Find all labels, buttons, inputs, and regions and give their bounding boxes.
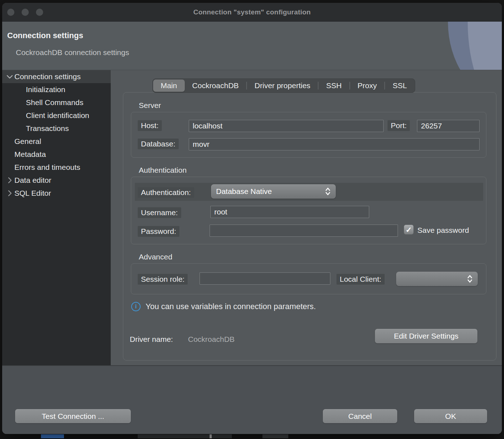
check-icon: ✓ [406,226,412,234]
password-input[interactable] [210,225,398,237]
background-app-fragment [41,434,64,438]
edit-driver-settings-button[interactable]: Edit Driver Settings [375,329,477,343]
save-password-label: Save password [417,226,481,235]
select-chevrons-icon [325,187,331,196]
server-group-label: Server [139,101,161,110]
driver-row: Driver name: CockroachDB Edit Driver Set… [130,332,490,348]
page-subtitle: CockroachDB connection settings [16,48,129,57]
sidebar-item-label: Client identification [26,111,89,120]
background-app-fragment [210,434,212,438]
dialog-footer: Test Connection ... Cancel OK [2,366,502,434]
tab-ssh[interactable]: SSH [319,80,349,92]
chevron-right-icon[interactable] [5,190,14,196]
port-input[interactable] [417,120,480,132]
sidebar-item-label: Metadata [14,150,46,159]
test-connection-button[interactable]: Test Connection ... [15,409,131,423]
advanced-group: Session role: Local Client: [131,263,486,294]
advanced-group-label: Advanced [139,253,172,261]
ok-button[interactable]: OK [414,409,487,423]
settings-tree: Connection settings Initialization Shell… [2,70,111,365]
sidebar-item-label: SQL Editor [14,189,51,198]
chevron-down-icon[interactable] [5,74,14,79]
driver-name-label: Driver name: [130,335,173,344]
sidebar-item-connection-settings[interactable]: Connection settings [2,70,111,83]
tab-proxy[interactable]: Proxy [350,80,385,92]
authentication-select-value: Database Native [216,187,325,196]
select-chevrons-icon [467,275,473,283]
zoom-button[interactable] [36,9,43,16]
tab-cockroachdb[interactable]: CockroachDB [185,80,247,92]
sidebar-item-shell-commands[interactable]: Shell Commands [2,96,111,109]
minimize-button[interactable] [22,9,29,16]
main-tab-panel: Server Host: Port: Database: Authenticat… [123,92,496,361]
chevron-right-icon[interactable] [5,177,14,184]
decorative-swoosh [468,22,502,70]
tab-main[interactable]: Main [153,80,185,92]
sidebar-item-sql-editor[interactable]: SQL Editor [2,187,111,200]
sidebar-item-data-editor[interactable]: Data editor [2,174,111,187]
window-title: Connection "system" configuration [193,8,311,16]
server-group: Host: Port: Database: [131,112,486,158]
sidebar-item-label: Data editor [14,176,51,185]
authentication-group: Authentication: Database Native Username… [131,177,486,244]
cancel-button[interactable]: Cancel [323,409,397,423]
password-label: Password: [138,226,179,237]
session-role-input[interactable] [200,272,330,285]
title-bar: Connection "system" configuration [2,3,502,22]
host-input[interactable] [189,120,384,132]
username-input[interactable] [210,206,369,218]
sidebar-item-metadata[interactable]: Metadata [2,148,111,161]
sidebar-item-label: Initialization [26,85,65,94]
local-client-label: Local Client: [336,274,385,285]
sidebar-item-client-identification[interactable]: Client identification [2,109,111,122]
connection-configuration-dialog: Connection "system" configuration Connec… [2,3,502,434]
close-button[interactable] [7,9,14,16]
session-role-label: Session role: [138,274,188,285]
authentication-group-label: Authentication [139,166,187,175]
info-icon: i [131,302,141,311]
local-client-select[interactable] [396,272,478,286]
sidebar-item-initialization[interactable]: Initialization [2,83,111,96]
username-label: Username: [138,207,181,218]
background-app-fragment [138,434,232,438]
sidebar-item-errors-and-timeouts[interactable]: Errors and timeouts [2,161,111,174]
main-settings-area: Main CockroachDB Driver properties SSH P… [111,70,502,365]
database-label: Database: [138,139,179,149]
sidebar-item-transactions[interactable]: Transactions [2,122,111,135]
window-controls [7,3,43,21]
sidebar-item-label: Transactions [26,124,69,133]
authentication-label: Authentication: [138,187,194,198]
background-app-fragment [262,434,288,438]
sidebar-item-label: General [14,137,41,146]
info-message: You can use variables in connection para… [146,302,316,311]
save-password-checkbox[interactable]: ✓ [404,225,414,235]
connection-tabs: Main CockroachDB Driver properties SSH P… [152,78,415,93]
port-label: Port: [388,120,410,131]
dialog-header: Connection settings CockroachDB connecti… [2,22,502,70]
sidebar-item-label: Errors and timeouts [14,163,80,172]
authentication-select[interactable]: Database Native [211,184,336,199]
sidebar-item-label: Connection settings [14,72,81,81]
database-input[interactable] [189,138,480,150]
page-title: Connection settings [7,31,83,40]
tab-driver-properties[interactable]: Driver properties [247,80,318,92]
host-label: Host: [138,120,162,131]
sidebar-item-label: Shell Commands [26,98,83,107]
sidebar-item-general[interactable]: General [2,135,111,148]
info-row: i You can use variables in connection pa… [131,302,316,311]
driver-name-value: CockroachDB [188,335,235,344]
tab-ssl[interactable]: SSL [385,80,414,92]
